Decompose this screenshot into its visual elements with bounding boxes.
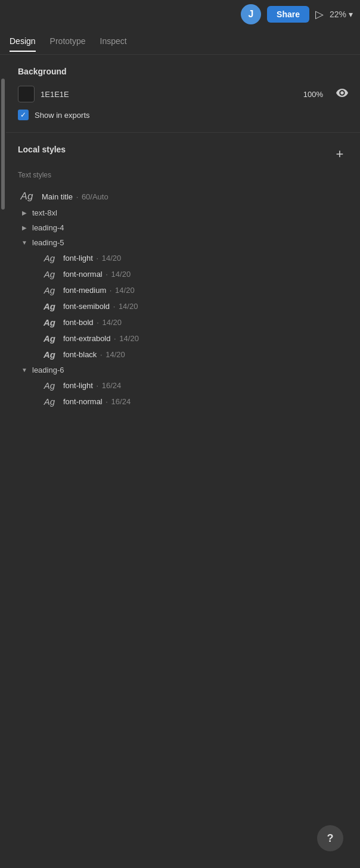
tree-item-leading-4[interactable]: ▶ leading-4	[18, 220, 348, 235]
font-light-16-name: font-light · 16/24	[63, 381, 348, 390]
top-bar: J Share ▷ 22% ▾	[0, 0, 360, 29]
chevron-down-icon: ▼	[20, 366, 29, 374]
leading-5-children: Ag font-light · 14/20 Ag font-normal · 1…	[18, 250, 348, 363]
tab-inspect[interactable]: Inspect	[100, 32, 127, 52]
chevron-down-icon: ▼	[20, 239, 29, 247]
ag-icon: Ag	[42, 269, 57, 279]
local-styles-header: Local styles +	[6, 133, 360, 164]
style-row-font-normal-14[interactable]: Ag font-normal · 14/20	[42, 266, 348, 282]
show-in-exports-label: Show in exports	[35, 111, 90, 120]
ag-icon: Ag	[42, 333, 57, 344]
font-extrabold-name: font-extrabold · 14/20	[63, 334, 348, 343]
font-light-name: font-light · 14/20	[63, 254, 348, 263]
layout-container: Background 1E1E1E 100% ✓ Show in exports	[0, 55, 360, 868]
ag-icon: Ag	[42, 253, 57, 263]
ag-icon: Ag	[42, 301, 57, 311]
font-black-name: font-black · 14/20	[63, 350, 348, 359]
add-style-button[interactable]: +	[331, 146, 348, 163]
local-styles-title: Local styles	[18, 145, 66, 154]
scrollbar-track[interactable]	[0, 55, 6, 868]
share-button[interactable]: Share	[267, 6, 309, 23]
style-row-font-black-14[interactable]: Ag font-black · 14/20	[42, 346, 348, 363]
color-swatch[interactable]	[18, 86, 35, 102]
eye-icon[interactable]	[336, 89, 348, 99]
ag-icon: Ag	[42, 396, 57, 407]
tree-item-leading-6[interactable]: ▼ leading-6	[18, 363, 348, 377]
color-opacity: 100%	[303, 90, 323, 99]
tabs-bar: Design Prototype Inspect	[0, 29, 360, 55]
zoom-value: 22%	[330, 10, 346, 19]
style-row-font-light-14[interactable]: Ag font-light · 14/20	[42, 250, 348, 266]
style-row-font-light-16[interactable]: Ag font-light · 16/24	[42, 377, 348, 394]
tree-item-leading-5[interactable]: ▼ leading-5	[18, 235, 348, 250]
color-hex: 1E1E1E	[41, 90, 297, 99]
text-styles-label: Text styles	[18, 171, 348, 179]
background-section: Background 1E1E1E 100% ✓ Show in exports	[6, 55, 360, 133]
tree-label-leading-5: leading-5	[32, 238, 64, 247]
style-row-font-bold-14[interactable]: Ag font-bold · 14/20	[42, 314, 348, 330]
tree-label-leading-6: leading-6	[32, 366, 64, 374]
font-semibold-name: font-semibold · 14/20	[63, 302, 348, 311]
ag-icon: Ag	[42, 349, 57, 360]
font-bold-name: font-bold · 14/20	[63, 318, 348, 327]
zoom-control[interactable]: 22% ▾	[330, 10, 353, 19]
show-in-exports-row: ✓ Show in exports	[18, 110, 348, 120]
ag-icon: Ag	[18, 191, 36, 202]
chevron-right-icon: ▶	[20, 209, 29, 217]
play-icon: ▷	[315, 8, 324, 21]
tab-design[interactable]: Design	[10, 32, 36, 52]
tree-item-text-8xl[interactable]: ▶ text-8xl	[18, 205, 348, 220]
font-medium-name: font-medium · 14/20	[63, 286, 348, 295]
ag-icon: Ag	[42, 317, 57, 327]
main-title-style-name: Main title · 60/Auto	[42, 192, 348, 201]
play-button[interactable]: ▷	[315, 8, 324, 21]
style-row-font-extrabold-14[interactable]: Ag font-extrabold · 14/20	[42, 330, 348, 346]
font-normal-name: font-normal · 14/20	[63, 270, 348, 279]
style-row-font-medium-14[interactable]: Ag font-medium · 14/20	[42, 282, 348, 298]
background-title: Background	[18, 67, 348, 76]
chevron-down-icon: ▾	[349, 10, 353, 19]
style-row-font-normal-16[interactable]: Ag font-normal · 16/24	[42, 394, 348, 410]
main-content: Background 1E1E1E 100% ✓ Show in exports	[6, 55, 360, 868]
tab-prototype[interactable]: Prototype	[50, 32, 86, 52]
tree-label-leading-4: leading-4	[32, 223, 64, 232]
local-styles-section: Local styles + Text styles Ag Main title…	[6, 133, 360, 417]
show-in-exports-checkbox[interactable]: ✓	[18, 110, 29, 120]
styles-content: Text styles Ag Main title · 60/Auto ▶ te…	[6, 164, 360, 417]
ag-icon: Ag	[42, 380, 57, 391]
help-button[interactable]: ?	[317, 825, 343, 851]
background-color-row: 1E1E1E 100%	[18, 86, 348, 102]
checkmark-icon: ✓	[20, 111, 26, 118]
main-title-style-row[interactable]: Ag Main title · 60/Auto	[18, 188, 348, 205]
style-row-font-semibold-14[interactable]: Ag font-semibold · 14/20	[42, 298, 348, 314]
avatar: J	[241, 4, 261, 24]
font-normal-16-name: font-normal · 16/24	[63, 397, 348, 406]
leading-6-children: Ag font-light · 16/24 Ag font-normal · 1…	[18, 377, 348, 410]
chevron-right-icon: ▶	[20, 224, 29, 232]
scrollbar-thumb[interactable]	[1, 79, 5, 210]
ag-icon: Ag	[42, 285, 57, 295]
tree-label-text-8xl: text-8xl	[32, 208, 57, 217]
